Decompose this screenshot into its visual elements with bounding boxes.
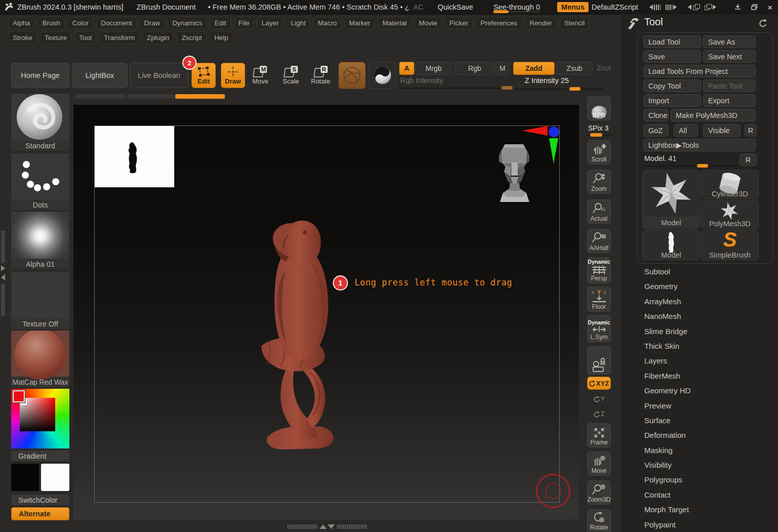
aahalf-button[interactable]: AAHalf bbox=[587, 229, 611, 253]
quicksave-button[interactable]: QuickSave bbox=[438, 3, 473, 11]
bottom-tray-arrows[interactable] bbox=[320, 524, 335, 529]
floor-button[interactable]: x Y z Floor bbox=[587, 287, 611, 312]
bottom-tray-scrollbar[interactable] bbox=[337, 524, 367, 529]
rotate-3d-button[interactable]: Rotate bbox=[587, 509, 611, 532]
tray-down-icon[interactable] bbox=[328, 524, 335, 529]
menu-zscript[interactable]: Zscript bbox=[177, 31, 207, 44]
left-tray-scrollbar[interactable] bbox=[1, 230, 5, 263]
tool-thumb-model[interactable]: Model bbox=[642, 170, 700, 229]
material-selector[interactable]: MatCap Red Wax bbox=[11, 331, 69, 387]
tool-thumb-simplebrush[interactable]: S SimpleBrush bbox=[701, 230, 759, 260]
rgb-toggle-button[interactable]: Rgb bbox=[455, 62, 494, 75]
lightbox-tools-button[interactable]: Lightbox▶Tools bbox=[643, 139, 756, 151]
a-toggle-button[interactable]: A bbox=[399, 62, 414, 75]
rotate-mode-button[interactable]: R Rotate bbox=[311, 66, 330, 85]
tool-section-contact[interactable]: Contact bbox=[621, 487, 778, 502]
tool-section-thick-skin[interactable]: Thick Skin bbox=[621, 339, 778, 353]
load-tool-button[interactable]: Load Tool bbox=[643, 35, 701, 48]
tool-section-geometry[interactable]: Geometry bbox=[621, 279, 778, 294]
menu-edit[interactable]: Edit bbox=[210, 17, 230, 29]
menu-light[interactable]: Light bbox=[286, 17, 310, 29]
copy-tool-button[interactable]: Copy Tool bbox=[643, 79, 701, 92]
texture-selector[interactable]: Texture Off bbox=[11, 272, 69, 329]
rotate-z-button[interactable]: Z bbox=[591, 408, 608, 420]
tool-section-surface[interactable]: Surface bbox=[621, 413, 778, 428]
bpr-button[interactable]: BPR bbox=[587, 96, 611, 120]
save-as-button[interactable]: Save As bbox=[703, 35, 756, 48]
m-toggle-button[interactable]: M bbox=[495, 62, 510, 75]
shelf-divider-active-segment[interactable] bbox=[175, 94, 225, 99]
export-button[interactable]: Export bbox=[703, 94, 756, 107]
material-quick-pick-button[interactable] bbox=[369, 62, 396, 89]
menu-document[interactable]: Document bbox=[96, 17, 137, 29]
color-picker[interactable] bbox=[11, 389, 69, 448]
menu-draw[interactable]: Draw bbox=[140, 17, 165, 29]
tool-section-layers[interactable]: Layers bbox=[621, 353, 778, 368]
tool-section-slime-bridge[interactable]: Slime Bridge bbox=[621, 324, 778, 339]
alpha-selector[interactable]: Alpha 01 bbox=[11, 212, 69, 269]
tool-section-geometry-hd[interactable]: Geometry HD bbox=[621, 383, 778, 398]
spix-handle[interactable] bbox=[590, 133, 602, 137]
z-intensity-handle[interactable] bbox=[569, 87, 580, 91]
rgb-intensity-slider[interactable] bbox=[400, 88, 513, 89]
tool-r-button[interactable]: R bbox=[740, 153, 757, 166]
tool-section-preview[interactable]: Preview bbox=[621, 398, 778, 413]
load-tools-from-project-button[interactable]: Load Tools From Project bbox=[643, 65, 756, 77]
zoom-button[interactable]: Zoom bbox=[587, 170, 611, 194]
zadd-toggle-button[interactable]: Zadd bbox=[513, 62, 555, 75]
tray-expand-icon[interactable] bbox=[1, 265, 5, 271]
document-canvas[interactable]: 1 Long press left mouse to drag bbox=[73, 105, 579, 519]
live-boolean-button[interactable]: Live Boolean bbox=[130, 63, 188, 88]
menu-render[interactable]: Render bbox=[525, 17, 556, 29]
menu-marker[interactable]: Marker bbox=[344, 17, 375, 29]
tray-left-icon[interactable] bbox=[649, 5, 660, 10]
lightbox-button[interactable]: LightBox bbox=[72, 63, 128, 88]
tool-section-subtool[interactable]: Subtool bbox=[621, 264, 778, 279]
window-prev-icon[interactable] bbox=[688, 4, 699, 10]
gizmo-y-axis-icon[interactable] bbox=[549, 138, 558, 163]
menu-tool[interactable]: Tool bbox=[74, 31, 96, 44]
menu-dynamics[interactable]: Dynamics bbox=[168, 17, 207, 29]
tray-right-icon[interactable] bbox=[666, 5, 677, 10]
menu-picker[interactable]: Picker bbox=[445, 17, 473, 29]
goz-visible-button[interactable]: Visible bbox=[703, 124, 741, 137]
import-button[interactable]: Import bbox=[643, 94, 701, 107]
menu-alpha[interactable]: Alpha bbox=[8, 17, 35, 29]
goz-r-button[interactable]: R bbox=[745, 124, 757, 137]
rotate-y-button[interactable]: Y bbox=[591, 393, 608, 405]
gizmo-x-axis-icon[interactable] bbox=[522, 126, 548, 136]
paste-tool-button[interactable]: Paste Tool bbox=[703, 79, 756, 92]
material-current-button[interactable] bbox=[338, 62, 366, 89]
tool-section-masking[interactable]: Masking bbox=[621, 443, 778, 458]
switch-color-button[interactable]: SwitchColor bbox=[11, 495, 69, 505]
floor-axis-x[interactable]: x bbox=[592, 290, 594, 295]
floor-axis-z[interactable]: z bbox=[604, 290, 606, 295]
tray-collapse-icon[interactable] bbox=[1, 274, 5, 280]
alternate-button[interactable]: Alternate bbox=[11, 507, 69, 520]
draw-mode-button[interactable]: Draw bbox=[221, 63, 245, 88]
tool-slider[interactable] bbox=[643, 166, 736, 167]
tool-section-arraymesh[interactable]: ArrayMesh bbox=[621, 294, 778, 309]
menu-material[interactable]: Material bbox=[378, 17, 411, 29]
move-3d-button[interactable]: Move bbox=[587, 452, 611, 476]
main-color-swatch[interactable] bbox=[11, 464, 39, 491]
default-zscript-button[interactable]: DefaultZScript bbox=[592, 3, 638, 11]
menu-macro[interactable]: Macro bbox=[313, 17, 341, 29]
zsub-toggle-button[interactable]: Zsub bbox=[556, 62, 593, 75]
frame-button[interactable]: Frame bbox=[587, 423, 611, 447]
menu-stroke[interactable]: Stroke bbox=[8, 31, 37, 44]
tool-section-polypaint[interactable]: Polypaint bbox=[621, 517, 778, 532]
gradient-button[interactable]: Gradient bbox=[11, 451, 69, 461]
bottom-tray-scrollbar[interactable] bbox=[287, 524, 318, 529]
home-page-button[interactable]: Home Page bbox=[11, 63, 69, 88]
clone-button[interactable]: Clone bbox=[643, 109, 669, 121]
gizmo-z-axis-icon[interactable] bbox=[549, 127, 559, 137]
palette-reset-icon[interactable] bbox=[759, 19, 768, 28]
spix-slider[interactable] bbox=[587, 135, 611, 136]
menus-toggle-button[interactable]: Menus bbox=[557, 2, 589, 12]
tool-section-visibility[interactable]: Visibility bbox=[621, 458, 778, 472]
zoom-3d-button[interactable]: Zoom3D bbox=[587, 480, 611, 505]
mrgb-toggle-button[interactable]: Mrgb bbox=[415, 62, 452, 75]
rotate-xyz-button[interactable]: XYZ bbox=[587, 377, 611, 390]
tool-section-morph-target[interactable]: Morph Target bbox=[621, 502, 778, 517]
